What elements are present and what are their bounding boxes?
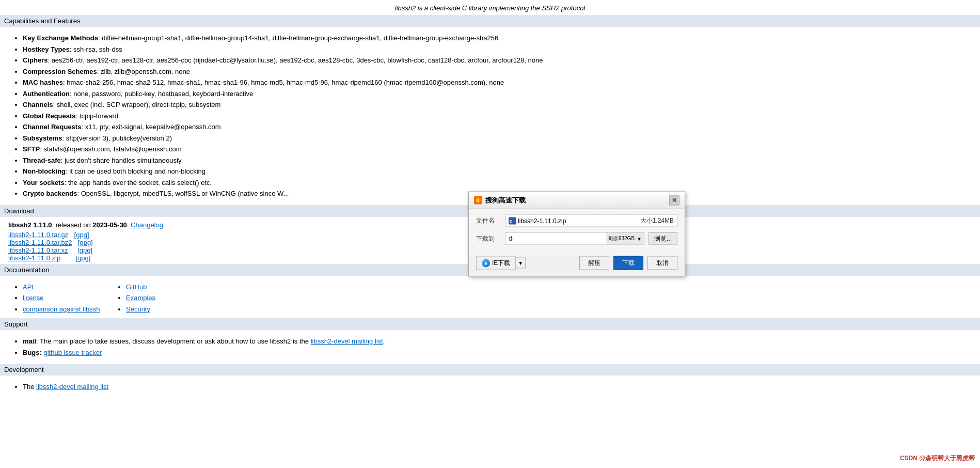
- capabilities-header: Capabilities and Features: [0, 15, 980, 27]
- documentation-grid: API license comparison against libssh Gi…: [0, 278, 980, 319]
- list-item: Security: [126, 304, 215, 315]
- download-button[interactable]: 下载: [613, 256, 643, 270]
- download-tar-bz2[interactable]: libssh2-1.11.0.tar.bz2: [8, 239, 72, 246]
- list-item: license: [23, 293, 112, 303]
- support-content: mail: The main place to take issues, dis…: [0, 332, 980, 364]
- list-item: Subsystems: sftp(version 3), publickey(v…: [23, 133, 972, 144]
- list-item: comparison against libssh: [23, 304, 112, 315]
- ie-download-group: e IE下载 ▼: [476, 256, 526, 270]
- doc-col-1: API license comparison against libssh: [8, 280, 112, 317]
- list-item: Ciphers: aes256-ctr, aes192-ctr, aes128-…: [23, 55, 972, 66]
- support-bugs-label: Bugs:: [23, 349, 42, 356]
- browse-button[interactable]: 浏览...: [649, 232, 677, 245]
- dropdown-arrow-icon: ▼: [637, 236, 642, 241]
- ie-download-dropdown[interactable]: ▼: [516, 258, 526, 269]
- support-list: mail: The main place to take issues, dis…: [8, 336, 972, 357]
- doc-col-2: GitHub Examples Security: [112, 280, 215, 317]
- list-item: Global Requests: tcpip-forward: [23, 111, 972, 121]
- cap-label: SFTP: [23, 145, 40, 153]
- list-item: GitHub: [126, 282, 215, 292]
- list-item: The libssh2-devel mailing list: [23, 382, 972, 392]
- development-list: The libssh2-devel mailing list: [8, 382, 972, 392]
- development-header: Development: [0, 364, 980, 376]
- list-item: mail: The main place to take issues, dis…: [23, 336, 972, 347]
- cap-label: Crypto backends: [23, 190, 77, 197]
- zip-file-icon: Z: [509, 217, 516, 224]
- doc-security-link[interactable]: Security: [126, 305, 150, 313]
- dialog-path-row: 剩余932GB ▼: [505, 232, 644, 245]
- page-title: libssh2 is a client-side C library imple…: [0, 0, 980, 15]
- dialog-file-label: 文件名: [476, 216, 501, 225]
- list-item: Non-blocking: it can be used both blocki…: [23, 166, 972, 177]
- cap-label: Subsystems: [23, 134, 62, 142]
- download-tar-xz-gpg[interactable]: [gpg]: [77, 246, 92, 254]
- download-tar-bz2-gpg[interactable]: [gpg]: [78, 239, 93, 246]
- dialog-path-dropdown[interactable]: 剩余932GB ▼: [606, 232, 644, 245]
- dialog-title-icon: S: [474, 196, 482, 205]
- cap-label: MAC hashes: [23, 79, 63, 86]
- release-date: 2023-05-30: [92, 221, 127, 229]
- dialog-filename-display: Z libssh2-1.11.0.zip 大小1.24MB: [505, 214, 677, 227]
- support-mail-label: mail: [23, 337, 36, 345]
- cap-label: Hostkey Types: [23, 45, 70, 53]
- cap-label: Compression Schemes: [23, 68, 97, 75]
- dialog-titlebar-left: S 搜狗高速下载: [474, 196, 526, 205]
- dialog-filename-row: 文件名 Z libssh2-1.11.0.zip 大小1.24MB: [476, 214, 677, 227]
- cap-label: Global Requests: [23, 112, 76, 120]
- dialog-filename-text: libssh2-1.11.0.zip: [518, 217, 566, 224]
- github-issue-tracker-link[interactable]: github issue tracker: [43, 349, 102, 356]
- cap-label: Your sockets: [23, 179, 65, 186]
- download-tar-xz[interactable]: libssh2-1.11.0.tar.xz: [8, 246, 68, 254]
- dialog-footer: e IE下载 ▼ 解压 下载 取消: [469, 256, 685, 276]
- download-tar-gz[interactable]: libssh2-1.11.0.tar.gz: [8, 231, 68, 239]
- support-header: Support: [0, 318, 980, 330]
- dialog-close-button[interactable]: ✕: [669, 195, 679, 206]
- doc-examples-link[interactable]: Examples: [126, 294, 155, 302]
- unzip-button[interactable]: 解压: [579, 256, 609, 270]
- list-item: Compression Schemes: zlib, zlib@openssh.…: [23, 67, 972, 77]
- dialog-title-text: 搜狗高速下载: [485, 196, 526, 205]
- capabilities-list: Key Exchange Methods: diffie-hellman-gro…: [8, 33, 972, 199]
- changelog-link[interactable]: Changelog: [131, 221, 163, 229]
- ie-download-label: IE下载: [492, 259, 510, 268]
- list-item: Examples: [126, 293, 215, 303]
- cap-label: Non-blocking: [23, 167, 66, 175]
- doc-license-link[interactable]: license: [23, 294, 43, 302]
- dialog-body: 文件名 Z libssh2-1.11.0.zip 大小1.24MB 下载到 剩余…: [469, 209, 685, 256]
- ie-download-button[interactable]: e IE下载: [476, 256, 516, 270]
- cap-label: Thread-safe: [23, 157, 61, 164]
- mailing-list-link[interactable]: libssh2-devel mailing list: [311, 337, 383, 345]
- cancel-button[interactable]: 取消: [647, 256, 677, 270]
- cap-label: Channels: [23, 101, 53, 108]
- cap-label: Authentication: [23, 90, 70, 98]
- cap-label: Channel Requests: [23, 123, 81, 131]
- download-zip[interactable]: libssh2-1.11.0.zip: [8, 254, 60, 262]
- list-item: Key Exchange Methods: diffie-hellman-gro…: [23, 33, 972, 43]
- list-item: Authentication: none, password, public-k…: [23, 89, 972, 99]
- download-zip-gpg[interactable]: [gpg]: [75, 254, 90, 262]
- list-item: Channels: shell, exec (incl. SCP wrapper…: [23, 100, 972, 110]
- capabilities-content: Key Exchange Methods: diffie-hellman-gro…: [0, 29, 980, 205]
- cap-label: Key Exchange Methods: [23, 34, 98, 42]
- watermark: CSDN @森明帮大于黑虎帮: [900, 454, 975, 463]
- list-item: Hostkey Types: ssh-rsa, ssh-dss: [23, 44, 972, 55]
- doc-github-link[interactable]: GitHub: [126, 283, 147, 291]
- dialog-path-input[interactable]: [505, 232, 606, 245]
- svg-text:S: S: [477, 198, 480, 203]
- list-item: Your sockets: the app hands over the soc…: [23, 178, 972, 188]
- dialog-dest-label: 下载到: [476, 234, 501, 243]
- list-item: MAC hashes: hmac-sha2-256, hmac-sha2-512…: [23, 77, 972, 88]
- dialog-filesize: 大小1.24MB: [640, 216, 674, 225]
- download-dialog: S 搜狗高速下载 ✕ 文件名 Z libssh2-1.11.0.zip 大小1.…: [468, 192, 685, 277]
- download-tar-gz-gpg[interactable]: [gpg]: [74, 231, 89, 239]
- list-item: SFTP: statvfs@openssh.com, fstatvfs@open…: [23, 144, 972, 154]
- list-item: Channel Requests: x11, pty, exit-signal,…: [23, 122, 972, 132]
- doc-comparison-link[interactable]: comparison against libssh: [23, 305, 100, 313]
- remaining-text: 剩余932GB: [608, 235, 635, 242]
- list-item: Bugs: github issue tracker: [23, 348, 972, 358]
- libssh2-version-label: libssh2 1.11.0: [8, 221, 52, 229]
- list-item: Thread-safe: just don't share handles si…: [23, 155, 972, 166]
- dev-mailing-list-link[interactable]: libssh2-devel mailing list: [36, 383, 108, 391]
- svg-text:Z: Z: [510, 219, 512, 223]
- doc-api-link[interactable]: API: [23, 283, 34, 291]
